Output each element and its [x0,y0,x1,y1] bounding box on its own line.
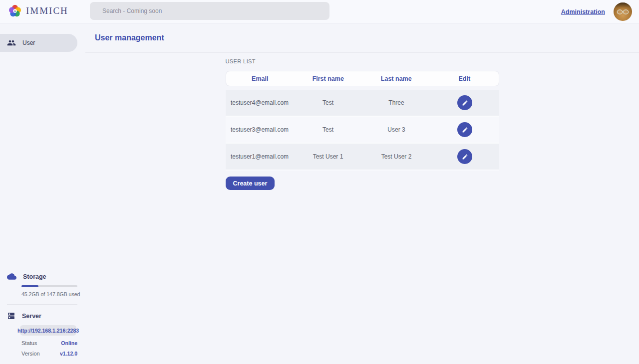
sidebar: User Storage 45.2GB of 147.8GB used Serv… [0,23,85,364]
storage-usage-text: 45.2GB of 147.8GB used [21,291,85,297]
sidebar-status-panel: Storage 45.2GB of 147.8GB used Server ht… [0,272,85,357]
server-version-row: Version v1.12.0 [21,351,77,357]
storage-block-header: Storage [0,272,85,281]
table-header-row: Email First name Last name Edit [226,71,499,86]
cell-last-name: User 3 [362,126,431,133]
administration-link[interactable]: Administration [561,8,605,15]
server-status-row: Status Online [21,340,77,346]
server-title: Server [22,313,41,320]
navbar-right-group: Administration [561,0,632,23]
sidebar-item-label: User [22,39,35,46]
cell-email: testuser4@email.com [226,99,294,106]
table-row: testuser1@email.com Test User 1 Test Use… [226,144,499,171]
storage-progress-bar [21,285,77,287]
cell-last-name: Test User 2 [362,153,431,160]
page-title: User management [95,33,164,42]
column-header-edit: Edit [430,75,499,82]
user-avatar[interactable] [614,2,632,21]
cell-first-name: Test [294,99,362,106]
version-label: Version [21,351,40,357]
create-user-button[interactable]: Create user [226,177,275,190]
main-content: User management USER LIST Email First na… [85,23,639,364]
cell-last-name: Three [362,99,431,106]
cell-email: testuser3@email.com [226,126,294,133]
dns-server-icon [7,312,15,320]
column-header-last-name: Last name [362,75,431,82]
search-input[interactable] [90,2,329,20]
cell-first-name: Test User 1 [294,153,362,160]
storage-title: Storage [23,273,46,280]
status-value: Online [61,340,77,346]
user-list-label: USER LIST [226,58,499,64]
pencil-icon [462,100,468,106]
top-navbar: IMMICH Administration [0,0,639,23]
column-header-email: Email [226,75,295,82]
search-bar [90,2,329,20]
edit-user-button[interactable] [457,122,472,137]
cloud-icon [7,272,16,281]
table-body: testuser4@email.com Test Three testuser3… [226,90,499,171]
sidebar-item-user[interactable]: User [0,34,77,52]
version-value: v1.12.0 [60,351,77,357]
sidebar-divider [7,304,77,305]
cell-first-name: Test [294,126,362,133]
edit-user-button[interactable] [457,149,472,164]
server-url-badge: http://192.168.1.216:2283 [20,325,76,336]
user-list-section: USER LIST Email First name Last name Edi… [226,58,499,190]
pencil-icon [462,127,468,133]
app-logo[interactable]: IMMICH [7,3,68,18]
pencil-icon [462,154,468,160]
logo-wordmark: IMMICH [26,5,68,16]
page-header: User management [85,23,639,53]
server-block-header: Server [0,312,85,320]
cell-email: testuser1@email.com [226,153,294,160]
immich-flower-icon [7,3,22,18]
column-header-first-name: First name [294,75,362,82]
edit-user-button[interactable] [457,95,472,110]
storage-progress-fill [21,285,38,287]
table-row: testuser3@email.com Test User 3 [226,117,499,144]
users-group-icon [7,38,16,47]
status-label: Status [21,340,37,346]
table-row: testuser4@email.com Test Three [226,90,499,117]
